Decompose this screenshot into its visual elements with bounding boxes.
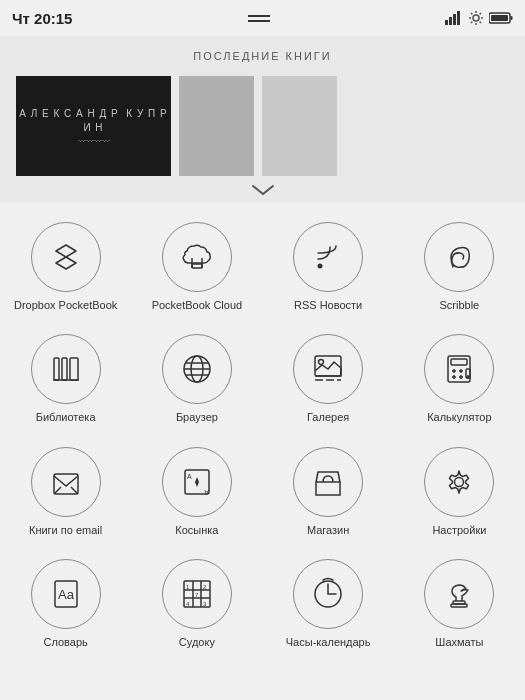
svg-rect-24 — [62, 358, 67, 380]
app-item-gallery[interactable]: Галерея — [263, 324, 394, 434]
book-author-1: А л е к с а н д р К у п р и н — [16, 107, 171, 135]
app-label-sudoku: Судоку — [179, 635, 215, 649]
app-item-rss[interactable]: RSS Новости — [263, 212, 394, 322]
status-time: Чт 20:15 — [12, 10, 72, 27]
app-item-sudoku[interactable]: 1 2 4 3 7 Судоку — [131, 549, 262, 659]
app-icon-circle-sudoku: 1 2 4 3 7 — [162, 559, 232, 629]
app-label-scribble: Scribble — [440, 298, 480, 312]
app-label-email-books: Книги по email — [29, 523, 102, 537]
svg-line-9 — [471, 13, 472, 14]
svg-text:4: 4 — [186, 601, 190, 607]
svg-point-22 — [318, 264, 323, 269]
app-icon-circle-library — [31, 334, 101, 404]
svg-point-56 — [455, 477, 464, 486]
app-label-rss: RSS Новости — [294, 298, 362, 312]
app-label-dropbox: Dropbox PocketBook — [14, 298, 117, 312]
settings-icon — [439, 462, 479, 502]
svg-text:1: 1 — [186, 584, 190, 590]
app-label-dictionary: Словарь — [43, 635, 87, 649]
app-label-library: Библиотека — [36, 410, 96, 424]
book-title-1: 〰〰〰〰 — [78, 137, 110, 146]
scribble-icon — [439, 237, 479, 277]
apps-grid: Dropbox PocketBook PocketBook Cloud RSS … — [0, 202, 525, 659]
app-item-dropbox[interactable]: Dropbox PocketBook — [0, 212, 131, 322]
shop-icon — [308, 462, 348, 502]
app-label-shop: Магазин — [307, 523, 349, 537]
dictionary-icon: Aa — [46, 574, 86, 614]
app-icon-circle-dictionary: Aa — [31, 559, 101, 629]
app-item-dictionary[interactable]: Aa Словарь — [0, 549, 131, 659]
svg-text:2: 2 — [203, 584, 207, 590]
chevron-row[interactable] — [0, 178, 525, 202]
book-cover-2[interactable] — [179, 76, 254, 176]
svg-text:A: A — [204, 489, 209, 496]
svg-point-33 — [319, 360, 324, 365]
svg-marker-16 — [56, 245, 76, 269]
svg-rect-1 — [449, 17, 452, 25]
chevron-down-icon[interactable] — [251, 184, 275, 196]
app-item-chess[interactable]: Шахматы — [394, 549, 525, 659]
app-icon-circle-rss — [293, 222, 363, 292]
book-cover-1[interactable]: А л е к с а н д р К у п р и н 〰〰〰〰 — [16, 76, 171, 176]
app-icon-circle-email-books — [31, 447, 101, 517]
app-item-settings[interactable]: Настройки — [394, 437, 525, 547]
battery-icon — [489, 11, 513, 25]
status-bar: Чт 20:15 — [0, 0, 525, 36]
email-books-icon — [46, 462, 86, 502]
app-icon-circle-solitaire: A A — [162, 447, 232, 517]
svg-line-11 — [480, 13, 481, 14]
app-icon-circle-settings — [424, 447, 494, 517]
status-icons — [445, 11, 513, 25]
app-icon-circle-shop — [293, 447, 363, 517]
signal-icon — [445, 11, 463, 25]
svg-text:3: 3 — [203, 601, 207, 607]
app-label-browser: Браузер — [176, 410, 218, 424]
app-icon-circle-pocketbook-cloud — [162, 222, 232, 292]
svg-rect-23 — [54, 358, 59, 380]
svg-rect-32 — [315, 356, 341, 376]
svg-line-12 — [471, 22, 472, 23]
app-item-solitaire[interactable]: A A Косынка — [131, 437, 262, 547]
app-icon-circle-chess — [424, 559, 494, 629]
svg-text:7: 7 — [195, 592, 199, 598]
svg-line-51 — [54, 487, 61, 494]
app-item-library[interactable]: Библиотека — [0, 324, 131, 434]
pocketbook-cloud-icon — [177, 237, 217, 277]
app-icon-circle-dropbox — [31, 222, 101, 292]
svg-rect-38 — [451, 359, 467, 365]
app-label-gallery: Галерея — [307, 410, 349, 424]
svg-rect-25 — [70, 358, 78, 380]
app-item-calendar[interactable]: Часы-календарь — [263, 549, 394, 659]
app-item-scribble[interactable]: Scribble — [394, 212, 525, 322]
app-item-browser[interactable]: Браузер — [131, 324, 262, 434]
svg-rect-0 — [445, 20, 448, 25]
recent-books-section: ПОСЛЕДНИЕ КНИГИ А л е к с а н д р К у п … — [0, 36, 525, 202]
app-icon-circle-calculator — [424, 334, 494, 404]
app-icon-circle-gallery — [293, 334, 363, 404]
svg-rect-15 — [491, 15, 508, 21]
app-item-email-books[interactable]: Книги по email — [0, 437, 131, 547]
app-label-pocketbook-cloud: PocketBook Cloud — [152, 298, 243, 312]
library-icon — [46, 349, 86, 389]
app-label-chess: Шахматы — [435, 635, 483, 649]
calendar-icon — [308, 574, 348, 614]
book-shelf: А л е к с а н д р К у п р и н 〰〰〰〰 — [0, 68, 525, 178]
app-item-shop[interactable]: Магазин — [263, 437, 394, 547]
calculator-icon — [439, 349, 479, 389]
app-item-pocketbook-cloud[interactable]: PocketBook Cloud — [131, 212, 262, 322]
svg-text:A: A — [187, 473, 192, 480]
gallery-icon — [308, 349, 348, 389]
svg-rect-71 — [453, 601, 465, 604]
app-item-calculator[interactable]: Калькулятор — [394, 324, 525, 434]
book-cover-3[interactable] — [262, 76, 337, 176]
dropbox-icon — [46, 237, 86, 277]
solitaire-icon: A A — [177, 462, 217, 502]
sudoku-icon: 1 2 4 3 7 — [177, 574, 217, 614]
app-label-calculator: Калькулятор — [427, 410, 491, 424]
app-label-settings: Настройки — [432, 523, 486, 537]
svg-line-52 — [71, 487, 78, 494]
svg-point-4 — [473, 15, 479, 21]
app-icon-circle-scribble — [424, 222, 494, 292]
svg-line-10 — [480, 22, 481, 23]
rss-icon — [308, 237, 348, 277]
